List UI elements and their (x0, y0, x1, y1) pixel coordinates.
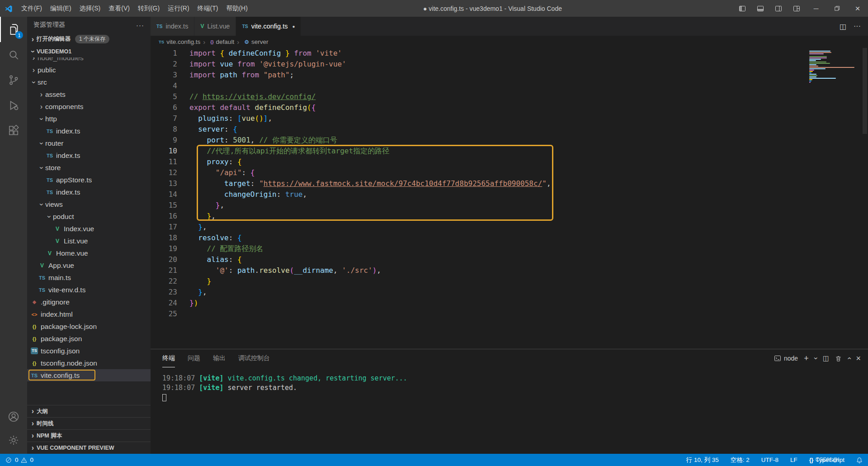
activity-search[interactable] (0, 42, 27, 67)
tree-item[interactable]: ◆ .gitignore (27, 296, 151, 308)
chevron-icon: › (38, 139, 46, 147)
panel-tab[interactable]: 问题 (188, 349, 200, 367)
tree-item[interactable]: › src (27, 76, 151, 88)
sidebar-section[interactable]: › 大纲 (27, 405, 151, 417)
cursor-position[interactable]: 行 10, 列 35 (686, 456, 719, 464)
maximize-panel-icon[interactable]: › (845, 357, 853, 359)
extensions-icon (8, 125, 19, 137)
breadcrumb-item[interactable]: TS vite.config.ts (159, 38, 200, 45)
menu-item[interactable]: 选择(S) (75, 0, 105, 17)
file-icon: ◆ (30, 299, 39, 305)
tree-item[interactable]: › store (27, 162, 151, 174)
terminal[interactable]: 19:18:07 [vite] vite.config.ts changed, … (151, 367, 868, 454)
file-icon: V (38, 262, 47, 269)
notifications-bell-icon[interactable] (856, 457, 863, 463)
activity-explorer[interactable]: 1 (0, 17, 27, 42)
menu-item[interactable]: 转到(G) (134, 0, 164, 17)
kill-terminal-icon[interactable] (835, 355, 842, 362)
file-icon: TS (31, 347, 38, 354)
menu-item[interactable]: 查看(V) (104, 0, 134, 17)
accounts-button[interactable] (0, 405, 27, 428)
encoding[interactable]: UTF-8 (761, 456, 778, 463)
sidebar-section[interactable]: › VUE COMPONENT PREVIEW (27, 442, 151, 454)
breadcrumb-item[interactable]: › ⚙ server (234, 38, 268, 46)
close-button[interactable]: × (847, 0, 868, 17)
tree-item[interactable]: TS index.ts (27, 149, 151, 162)
editor-tab[interactable]: V List.vue (194, 17, 236, 36)
close-panel-icon[interactable]: × (856, 354, 861, 363)
tree-item[interactable]: › public (27, 64, 151, 76)
eol-selector[interactable]: LF (790, 456, 797, 463)
workspace-root-header[interactable]: › VUE3DEMO1 (27, 45, 151, 57)
more-actions-icon[interactable]: ··· (136, 21, 144, 29)
tree-item[interactable]: › http (27, 113, 151, 125)
scrollbar-thumb[interactable] (863, 48, 867, 134)
file-icon: {} (30, 324, 39, 329)
menu-item[interactable]: 终端(T) (193, 0, 222, 17)
activity-source-control[interactable] (0, 67, 27, 93)
line-number: 1 (151, 48, 189, 59)
tree-item[interactable]: V List.vue (27, 235, 151, 247)
editor-tab[interactable]: TS index.ts (151, 17, 194, 36)
tree-item[interactable]: TS vite-env.d.ts (27, 284, 151, 296)
terminal-profile[interactable]: node (774, 355, 798, 362)
toggle-panel-icon[interactable] (751, 0, 769, 17)
menu-item[interactable]: 运行(R) (164, 0, 193, 17)
activity-run-debug[interactable] (0, 93, 27, 118)
menu-item[interactable]: 帮助(H) (222, 0, 251, 17)
tree-item[interactable]: V Home.vue (27, 247, 151, 259)
tree-item[interactable]: TS main.ts (27, 271, 151, 284)
tree-item[interactable]: TS appStore.ts (27, 174, 151, 186)
activity-extensions[interactable] (0, 118, 27, 143)
language-mode[interactable]: {} TypeScript (809, 456, 844, 463)
sidebar-section[interactable]: › NPM 脚本 (27, 429, 151, 442)
split-terminal-icon[interactable]: ◫ (823, 354, 829, 362)
code-editor[interactable]: 1 import { defineConfig } from 'vite' 2 … (151, 48, 868, 349)
tree-item[interactable]: › node_modules (27, 57, 151, 64)
tree-item[interactable]: {} package-lock.json (27, 320, 151, 333)
tree-item[interactable]: TS vite.config.ts (27, 369, 151, 381)
problems-indicator[interactable]: 0 0 (5, 456, 33, 463)
code-line: 3 import path from "path"; (151, 70, 868, 81)
indentation[interactable]: 空格: 2 (731, 456, 750, 464)
split-editor-icon[interactable]: ◫ (840, 22, 846, 31)
open-editors-header[interactable]: › 打开的编辑器 1 个未保存 (27, 33, 151, 45)
breadcrumb-item[interactable]: › {} default (200, 38, 234, 46)
new-terminal-icon[interactable]: + (804, 354, 809, 363)
minimize-button[interactable]: ─ (806, 0, 826, 17)
tree-item[interactable]: V Index.vue (27, 223, 151, 235)
line-content: proxy: { (189, 157, 242, 167)
menu-item[interactable]: 文件(F) (17, 0, 46, 17)
restore-button[interactable] (826, 0, 847, 17)
tree-item[interactable]: {} tsconfig.node.json (27, 357, 151, 369)
sidebar-section[interactable]: › 时间线 (27, 417, 151, 429)
tree-item[interactable]: › assets (27, 88, 151, 100)
minimap[interactable] (809, 51, 857, 85)
toggle-sidebar-icon[interactable] (733, 0, 751, 17)
tree-item[interactable]: › router (27, 137, 151, 149)
tree-item[interactable]: › components (27, 100, 151, 113)
settings-button[interactable] (0, 428, 27, 452)
line-content: }, (189, 222, 207, 233)
editor-more-actions-icon[interactable]: ··· (854, 22, 861, 30)
tree-item[interactable]: › poduct (27, 210, 151, 223)
tree-item[interactable]: › views (27, 198, 151, 210)
tree-item[interactable]: TS index.ts (27, 125, 151, 137)
menu-item[interactable]: 编辑(E) (46, 0, 75, 17)
tree-item[interactable]: TS tsconfig.json (27, 345, 151, 357)
panel-tab[interactable]: 调试控制台 (238, 349, 270, 367)
panel-tab[interactable]: 终端 (162, 349, 175, 367)
tree-item[interactable]: {} package.json (27, 333, 151, 345)
tree-item[interactable]: TS index.ts (27, 186, 151, 198)
customize-layout-icon[interactable] (788, 0, 806, 17)
editor-scrollbar[interactable] (862, 48, 868, 349)
editor-tab[interactable]: TS vite.config.ts ● (236, 17, 301, 36)
panel-tab[interactable]: 输出 (213, 349, 226, 367)
tree-item[interactable]: <> index.html (27, 308, 151, 320)
line-number: 12 (151, 167, 189, 178)
code-line: 8 server: { (151, 124, 868, 135)
line-number: 2 (151, 59, 189, 70)
tree-item[interactable]: V App.vue (27, 259, 151, 271)
toggle-secondary-sidebar-icon[interactable] (769, 0, 788, 17)
terminal-dropdown-icon[interactable]: › (811, 357, 820, 359)
